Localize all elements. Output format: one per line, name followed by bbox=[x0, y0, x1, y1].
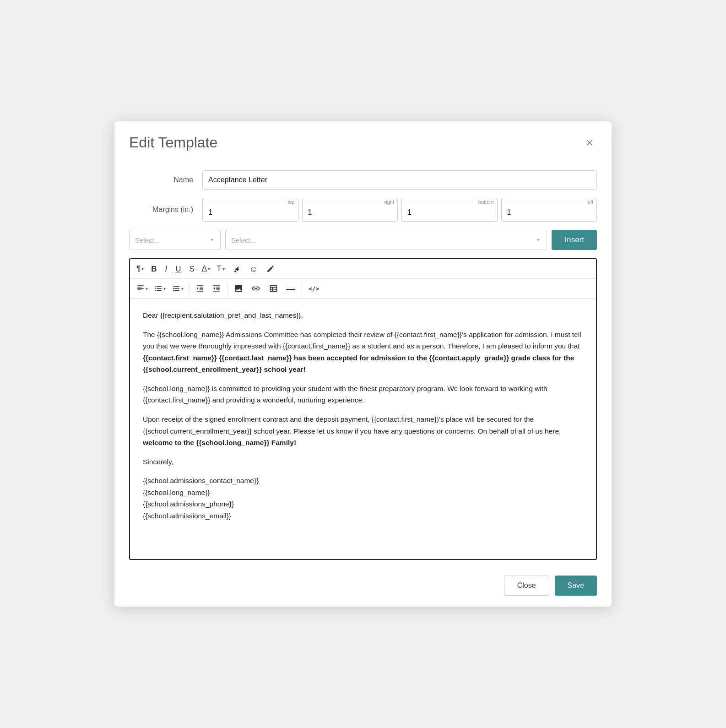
bold-button[interactable]: B bbox=[147, 263, 160, 275]
name-row: Name bbox=[129, 170, 597, 190]
margin-right-input[interactable] bbox=[302, 198, 398, 222]
align-arrow: ▾ bbox=[146, 286, 148, 291]
content-sign-block: {{school.admissions_contact_name}} {{sch… bbox=[143, 475, 583, 522]
name-label: Name bbox=[129, 176, 202, 184]
editor-content[interactable]: Dear {{recipient.salutation_pref_and_las… bbox=[130, 299, 596, 532]
margin-left-input[interactable] bbox=[501, 198, 597, 222]
underline-button[interactable]: U bbox=[172, 263, 184, 275]
paragraph-icon: ¶ bbox=[136, 264, 141, 273]
modal-header: Edit Template × bbox=[114, 121, 612, 159]
font-size-icon: T bbox=[217, 264, 221, 273]
list-ol-arrow: ▾ bbox=[163, 286, 166, 291]
modal-body: Name Margins (in.) top right bottom bbox=[114, 159, 612, 567]
list-ul-arrow: ▾ bbox=[181, 286, 184, 291]
margin-left-label: left bbox=[586, 199, 593, 205]
highlight-button[interactable] bbox=[228, 262, 245, 276]
list-ul-dropdown[interactable]: ▾ bbox=[169, 283, 186, 294]
content-greeting: Dear {{recipient.salutation_pref_and_las… bbox=[143, 310, 583, 321]
margin-left-field: left bbox=[501, 198, 597, 222]
margin-bottom-label: bottom bbox=[478, 199, 494, 205]
close-footer-button[interactable]: Close bbox=[504, 576, 549, 596]
content-para3: Upon receipt of the signed enrollment co… bbox=[143, 413, 583, 449]
select-large[interactable]: Select... bbox=[225, 230, 547, 250]
select-small[interactable]: Select... bbox=[129, 230, 221, 250]
margin-right-field: right bbox=[302, 198, 398, 222]
margin-top-label: top bbox=[287, 199, 294, 205]
modal-title: Edit Template bbox=[129, 134, 217, 151]
link-button[interactable] bbox=[248, 282, 264, 295]
name-input[interactable] bbox=[202, 170, 597, 190]
content-para1: The {{school.long_name}} Admissions Comm… bbox=[143, 329, 583, 375]
close-icon-button[interactable]: × bbox=[582, 135, 597, 151]
code-button[interactable]: </> bbox=[305, 283, 323, 294]
font-color-arrow: ▾ bbox=[208, 266, 210, 272]
indent-button[interactable] bbox=[192, 282, 208, 295]
outdent-button[interactable] bbox=[209, 282, 224, 295]
paragraph-arrow: ▾ bbox=[141, 266, 144, 272]
edit-template-modal: Edit Template × Name Margins (in.) top r… bbox=[114, 121, 612, 607]
toolbar-row1: ¶ ▾ B I U S A ▾ T ▾ ☺ bbox=[130, 259, 596, 279]
list-ol-dropdown[interactable]: ▾ bbox=[152, 283, 168, 294]
font-color-dropdown[interactable]: A ▾ bbox=[199, 262, 213, 275]
modal-footer: Close Save bbox=[114, 567, 612, 607]
font-size-arrow: ▾ bbox=[222, 266, 225, 272]
insert-button[interactable]: Insert bbox=[552, 230, 597, 250]
strikethrough-button[interactable]: S bbox=[185, 263, 198, 275]
align-dropdown[interactable]: ▾ bbox=[134, 283, 151, 294]
pen-button[interactable] bbox=[263, 262, 278, 275]
save-button[interactable]: Save bbox=[555, 576, 597, 596]
editor-container: ¶ ▾ B I U S A ▾ T ▾ ☺ bbox=[129, 258, 597, 560]
content-sign1: Sincerely, bbox=[143, 456, 583, 468]
insert-row: Select... Select... Insert bbox=[129, 230, 597, 250]
font-size-dropdown[interactable]: T ▾ bbox=[214, 262, 227, 275]
margin-top-field: top bbox=[202, 198, 298, 222]
italic-button[interactable]: I bbox=[161, 263, 171, 275]
margins-row: Margins (in.) top right bottom left bbox=[129, 198, 597, 222]
image-button[interactable] bbox=[230, 282, 247, 295]
table-button[interactable] bbox=[265, 282, 282, 295]
emoji-button[interactable]: ☺ bbox=[246, 262, 262, 276]
margin-right-label: right bbox=[385, 199, 394, 205]
margin-bottom-field: bottom bbox=[401, 198, 498, 222]
content-para2: {{school.long_name}} is committed to pro… bbox=[143, 383, 583, 406]
margin-top-input[interactable] bbox=[202, 198, 298, 222]
hr-button[interactable]: — bbox=[282, 282, 299, 295]
paragraph-dropdown[interactable]: ¶ ▾ bbox=[134, 262, 146, 275]
margins-inputs: top right bottom left bbox=[202, 198, 597, 222]
font-color-icon: A bbox=[202, 264, 207, 273]
margins-label: Margins (in.) bbox=[129, 206, 202, 214]
toolbar-row2: ▾ ▾ ▾ bbox=[130, 279, 596, 299]
